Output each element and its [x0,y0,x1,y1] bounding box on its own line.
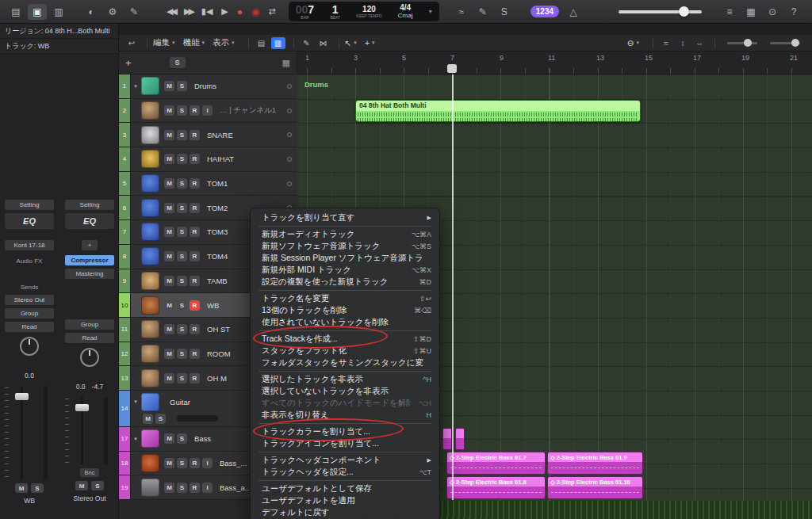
functions-menu[interactable]: 機能▾ [183,37,205,48]
metronome-icon[interactable]: △ [564,4,583,20]
slider-knob[interactable] [744,39,752,47]
fx-add-icon[interactable]: + [82,240,98,250]
tuner-icon[interactable]: ≈ [452,4,471,20]
solo-button[interactable]: S [177,130,187,140]
record-enable-button[interactable]: R [190,483,200,493]
bounce-button[interactable]: Bnc [80,468,99,477]
solo-button[interactable]: S [155,414,166,424]
snap-grid-icon[interactable]: ▥ [271,37,285,49]
toolbar-toggle-icon[interactable]: ▥ [49,4,68,20]
eq-slot[interactable]: EQ [65,213,114,229]
mastering-slot[interactable]: Mastering [65,269,114,279]
output-button[interactable]: Stereo Out [5,295,54,305]
mute-button[interactable]: M [164,130,174,140]
menu-item-save-as-user-default[interactable]: ユーザデフォルトとして保存 [251,483,439,494]
bass-region[interactable]: ◇2-Step Electric Bass 01.7 [446,452,546,475]
disclosure-icon[interactable]: ▾ [131,436,140,442]
menu-item-hide-unselected-tracks[interactable]: 選択していないトラックを非表示 [251,385,439,397]
horizontal-zoom-icon[interactable]: ⇔ [692,37,707,49]
solo-button[interactable]: S [177,178,187,189]
drag-mode-menu[interactable]: ⊖▾ [627,38,639,48]
bass-region-fragment[interactable] [455,428,465,450]
fader-cap[interactable] [15,393,29,400]
input-monitor-button[interactable]: I [202,458,213,468]
mute-button[interactable]: M [164,458,174,468]
inspector-toggle-icon[interactable]: ▣ [28,4,47,20]
solo-button[interactable]: S [177,81,187,91]
pointer-tool-menu[interactable]: ↖▾ [345,38,357,48]
mute-button[interactable]: M [143,414,153,424]
mute-button[interactable]: M [164,105,174,116]
automation-mode-button[interactable]: Read [65,333,114,343]
mute-button[interactable]: M [164,373,174,384]
disclosure-icon[interactable]: ▾ [131,399,140,405]
mute-button[interactable]: M [164,154,174,164]
lcd-caret-icon[interactable]: ▾ [429,8,432,15]
record-button[interactable]: ● [237,6,243,17]
mute-button[interactable]: M [164,81,174,91]
record-enable-button[interactable]: R [190,324,200,334]
menu-item-flatten-stack[interactable]: スタックをフラット化⇧⌘U [251,345,439,357]
record-enable-button[interactable]: R [190,105,200,116]
forward-button[interactable]: ▶▶ [184,6,193,17]
pan-knob[interactable] [80,348,99,367]
mute-button[interactable]: M [164,203,174,213]
vertical-zoom-icon[interactable]: ↕ [676,37,690,49]
volume-knob[interactable] [679,6,689,17]
menu-item-convert-folder-stack[interactable]: フォルダスタックをサミングスタックに変換 [251,357,439,368]
setting-button[interactable]: Setting [5,200,54,210]
menu-item-new-audio-track[interactable]: 新規オーディオトラック⌥⌘A [251,228,439,240]
mute-button[interactable]: M [164,433,174,444]
edit-menu[interactable]: 編集▾ [153,37,175,48]
compressor-slot[interactable]: Compressor [65,255,114,265]
mute-button[interactable]: M [15,483,28,493]
solo-button[interactable]: S [177,349,187,359]
menu-item-new-software-track[interactable]: 新規ソフトウェア音源トラック⌥⌘S [251,240,439,252]
group-button[interactable]: Group [5,308,54,319]
drums-region[interactable]: 04 8th Hat Both Multi [355,100,641,122]
menu-item-hide-selected-tracks[interactable]: 選択したトラックを非表示^H [251,373,439,385]
menu-item-toggle-hide[interactable]: 非表示を切り替えH [251,409,439,421]
record-enable-button[interactable]: R [190,458,200,468]
mute-button[interactable]: M [164,324,174,334]
menu-item-create-track-stack[interactable]: Track Stackを作成...⇧⌘D [251,333,439,345]
capture-recording-button[interactable]: ◉ [251,6,259,17]
menu-item-assign-track-color[interactable]: トラックカラーを割り当て... [251,426,439,437]
horizontal-zoom-slider[interactable] [770,42,800,44]
solo-button[interactable]: S [177,105,187,116]
cycle-button[interactable]: ⇄ [269,6,276,17]
menu-item-new-track-duplicate-settings[interactable]: 設定の複製を使った新規トラック⌘D [251,276,439,288]
bar-ruler[interactable]: 1 3 5 7 9 11 13 15 17 19 21 [297,52,812,74]
catch-playhead-icon[interactable]: ↩ [124,37,139,49]
record-enable-button[interactable]: R [190,276,200,286]
pencil-tool-icon[interactable]: ✎ [124,4,144,20]
menu-item-reassign-track[interactable]: トラックを割り当て直す▶ [251,212,439,223]
solo-button[interactable]: S [177,203,187,213]
solo-filter-button[interactable]: S [170,57,186,68]
menu-item-delete-13-tracks[interactable]: 13個のトラックを削除⌘⌫ [251,304,439,316]
mute-button[interactable]: M [164,251,174,261]
menu-item-unhide-all-tracks[interactable]: すべてのトラックのハイドモードを解除⌥H [251,397,439,409]
loop-browser-icon[interactable]: ▦ [741,4,760,20]
bass-region[interactable]: ◇2-Step Electric Bass 01.8 [446,476,546,499]
solo-button[interactable]: S [177,458,187,468]
pencil-icon[interactable]: ✎ [300,37,314,49]
solo-button[interactable]: S [177,227,187,237]
group-button[interactable]: Group [65,319,114,330]
bass-region-fragment[interactable] [442,428,452,450]
record-enable-button[interactable]: R [190,227,200,237]
record-enable-button[interactable]: R [190,373,200,384]
mute-button[interactable]: M [164,227,174,237]
count-in-button[interactable]: 1234 [530,6,559,17]
solo-button[interactable]: S [177,154,187,164]
mute-button[interactable]: M [164,300,174,311]
automation-mode-button[interactable]: Read [5,322,54,332]
track-row-haihat[interactable]: 4 MSR HAIHAT [119,147,297,172]
play-button[interactable]: ▶ [221,6,228,17]
solo-button[interactable]: S [177,433,187,444]
menu-item-delete-unused-tracks[interactable]: 使用されていないトラックを削除 [251,316,439,328]
slider-knob[interactable] [791,39,799,47]
mute-button[interactable]: M [164,349,174,359]
record-enable-button[interactable]: R [190,178,200,189]
menu-item-rename-track[interactable]: トラック名を変更⇧↩ [251,292,439,304]
